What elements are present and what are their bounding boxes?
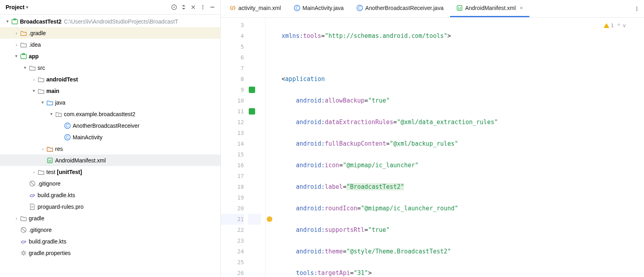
source-folder-icon bbox=[46, 100, 54, 105]
gutter-icons bbox=[248, 18, 266, 277]
chevron-down-icon[interactable]: ▾ bbox=[39, 100, 46, 105]
line-number: 22 bbox=[237, 227, 244, 233]
chevron-down-icon[interactable]: ▾ bbox=[13, 53, 20, 59]
chevron-right-icon[interactable]: › bbox=[13, 42, 20, 47]
code-token: android: bbox=[296, 205, 325, 212]
tree-item-gitignore-1[interactable]: .gitignore bbox=[0, 178, 220, 189]
tree-item-buildkts-2[interactable]: build.gradle.kts bbox=[0, 235, 220, 247]
line-number: 9 bbox=[241, 87, 244, 93]
code-token: theme bbox=[325, 248, 343, 255]
tree-item-main[interactable]: ▾ main bbox=[0, 85, 220, 97]
tab-androidmanifest-xml[interactable]: M AndroidManifest.xml × bbox=[450, 0, 529, 17]
code-token: "@mipmap/ic_launcher_round" bbox=[361, 205, 458, 212]
tree-label: .gitignore bbox=[38, 180, 61, 187]
chevron-right-icon[interactable]: › bbox=[13, 31, 20, 36]
tree-label: proguard-rules.pro bbox=[38, 204, 83, 210]
tree-label: MainActivity bbox=[73, 134, 103, 140]
tab-close-icon[interactable]: × bbox=[520, 5, 523, 11]
more-icon[interactable] bbox=[198, 2, 208, 12]
tree-item-test[interactable]: › test [unitTest] bbox=[0, 166, 220, 178]
tree-item-manifest[interactable]: M AndroidManifest.xml bbox=[0, 154, 220, 166]
tree-item-package[interactable]: ▾ com.example.broadcasttest2 bbox=[0, 108, 220, 120]
code-token: android: bbox=[296, 183, 325, 190]
code-token: icon bbox=[325, 162, 339, 169]
tree-suffix: [unitTest] bbox=[57, 169, 82, 175]
code-token: android: bbox=[296, 248, 325, 255]
chevron-right-icon[interactable]: › bbox=[30, 170, 38, 174]
code-token: "@xml/data_extraction_rules" bbox=[397, 119, 498, 126]
manifest-icon: M bbox=[46, 157, 54, 164]
svg-text:C: C bbox=[66, 124, 69, 128]
line-number: 26 bbox=[237, 270, 244, 276]
project-title[interactable]: Project bbox=[6, 4, 24, 10]
tree-item-proguard[interactable]: proguard-rules.pro bbox=[0, 201, 220, 212]
tab-label: AnotherBroadcastReceiver.java bbox=[365, 5, 444, 11]
intention-bulb-icon[interactable] bbox=[267, 216, 272, 222]
tree-label: AnotherBroadcastReceiver bbox=[73, 123, 139, 129]
tree-item-java[interactable]: ▾ java bbox=[0, 97, 220, 108]
folder-icon bbox=[20, 42, 27, 47]
tab-label: MainActivity.java bbox=[303, 5, 344, 11]
tab-mainactivity-java[interactable]: C MainActivity.java bbox=[287, 0, 350, 17]
tab-activity-main-xml[interactable]: activity_main.xml bbox=[223, 0, 287, 17]
tree-item-res[interactable]: › res bbox=[0, 143, 220, 154]
tree-root[interactable]: ▾ BroadcastTest2 C:\Users\lv\AndroidStud… bbox=[0, 16, 220, 27]
tree-item-idea-dir[interactable]: › .idea bbox=[0, 39, 220, 50]
tree-root-path: C:\Users\lv\AndroidStudioProjects\Broadc… bbox=[64, 18, 178, 25]
code-token: fullBackupContent bbox=[325, 140, 386, 147]
tab-label: AndroidManifest.xml bbox=[465, 5, 516, 11]
code-token: "BroadcastTest2" bbox=[347, 183, 404, 190]
tree-item-gitignore-2[interactable]: .gitignore bbox=[0, 224, 220, 235]
expand-collapse-icon[interactable] bbox=[179, 2, 188, 12]
chevron-right-icon[interactable]: › bbox=[30, 77, 38, 82]
line-number: 4 bbox=[241, 33, 244, 39]
target-icon[interactable] bbox=[169, 2, 179, 12]
nav-arrows-icon[interactable]: ^ v bbox=[615, 22, 626, 28]
code-editor[interactable]: 1 ^ v 3 4 5 6 7 8 9 10 11 12 13 14 15 16… bbox=[221, 18, 644, 277]
tree-item-gradle-module[interactable]: › gradle bbox=[0, 212, 220, 224]
tree-item-androidtest[interactable]: › androidTest bbox=[0, 73, 220, 85]
code-content[interactable]: xmlns:tools="http://schemas.android.com/… bbox=[266, 18, 644, 277]
tabs-more-icon[interactable] bbox=[630, 0, 644, 17]
minimize-icon[interactable] bbox=[208, 2, 217, 12]
editor-tabs: activity_main.xml C MainActivity.java C … bbox=[221, 0, 644, 18]
chevron-down-icon[interactable]: ▾ bbox=[4, 19, 11, 24]
tree-label: androidTest bbox=[46, 76, 78, 83]
svg-point-26 bbox=[636, 6, 638, 8]
warning-icon bbox=[604, 23, 609, 28]
chevron-right-icon[interactable]: › bbox=[39, 146, 46, 151]
chevron-down-icon[interactable]: ▾ bbox=[30, 88, 38, 93]
project-tree[interactable]: ▾ BroadcastTest2 C:\Users\lv\AndroidStud… bbox=[0, 15, 220, 277]
svg-rect-5 bbox=[210, 7, 214, 8]
chevron-right-icon[interactable]: › bbox=[13, 216, 20, 221]
tree-item-anotherbroadcastreceiver[interactable]: C AnotherBroadcastReceiver bbox=[0, 120, 220, 131]
project-tool-window: Project ▾ ▾ BroadcastTest2 C:\Users\lv\A… bbox=[0, 0, 221, 277]
chevron-down-icon[interactable]: ▾ bbox=[48, 111, 55, 117]
inspection-widget[interactable]: 1 ^ v bbox=[604, 22, 626, 28]
tree-item-mainactivity[interactable]: C MainActivity bbox=[0, 131, 220, 143]
tree-label: .idea bbox=[29, 42, 41, 48]
code-token: android: bbox=[296, 140, 325, 147]
code-token: tools: bbox=[296, 269, 317, 277]
tree-item-gradleprops[interactable]: gradle.properties bbox=[0, 247, 220, 259]
tree-item-app[interactable]: ▾ app bbox=[0, 50, 220, 62]
tree-label: gradle bbox=[29, 215, 44, 222]
tree-item-gradle-dir[interactable]: › .gradle bbox=[0, 27, 220, 39]
chevron-down-icon[interactable]: ▾ bbox=[26, 4, 28, 10]
code-token: "http://schemas.android.com/tools" bbox=[325, 32, 448, 40]
tree-item-src[interactable]: ▾ src bbox=[0, 62, 220, 73]
close-icon[interactable] bbox=[188, 2, 198, 12]
editor-area: activity_main.xml C MainActivity.java C … bbox=[221, 0, 644, 277]
line-number: 3 bbox=[241, 22, 244, 28]
chevron-down-icon[interactable]: ▾ bbox=[22, 65, 29, 70]
line-number: 12 bbox=[237, 119, 244, 125]
file-icon bbox=[29, 204, 36, 210]
tree-item-buildkts-1[interactable]: build.gradle.kts bbox=[0, 189, 220, 201]
resource-folder-icon bbox=[46, 146, 54, 152]
line-number: 11 bbox=[237, 108, 244, 115]
tree-label: build.gradle.kts bbox=[29, 238, 66, 245]
tab-anotherbroadcastreceiver-java[interactable]: C AnotherBroadcastReceiver.java bbox=[350, 0, 450, 17]
tree-label: gradle.properties bbox=[29, 250, 71, 256]
code-token: application bbox=[285, 75, 325, 83]
svg-point-10 bbox=[58, 114, 59, 115]
